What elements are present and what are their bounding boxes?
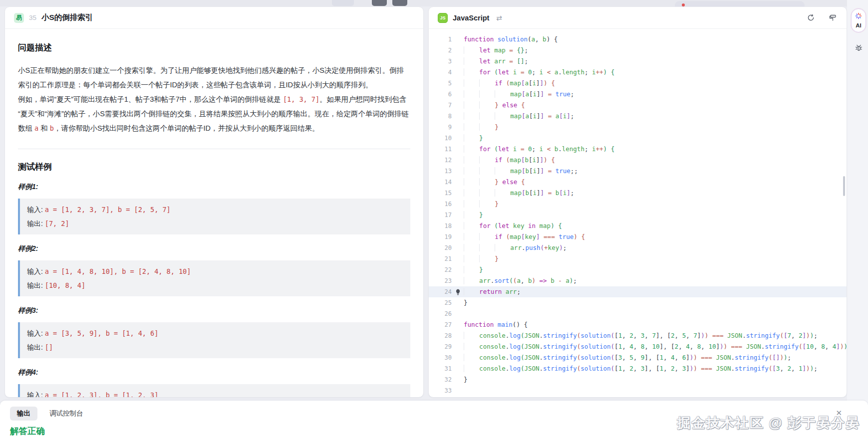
- gutter: [452, 231, 464, 242]
- line-number: 2: [429, 45, 452, 56]
- gutter: [452, 308, 464, 319]
- gutter: [452, 45, 464, 56]
- code-line[interactable]: 9 }: [429, 122, 847, 133]
- example-block: 输入: a = [1, 2, 3, 7], b = [2, 5, 7]输出: […: [18, 199, 410, 234]
- code-line[interactable]: 11 for (let i = 0; i < b.length; i++) {: [429, 144, 847, 155]
- code-line[interactable]: 7 } else {: [429, 100, 847, 111]
- problem-id: 35: [29, 14, 36, 21]
- code-text: }: [464, 210, 847, 220]
- close-icon[interactable]: ✕: [836, 409, 842, 418]
- code-line[interactable]: 25}: [429, 297, 847, 308]
- example-block: 输入: a = [1, 2, 3], b = [1, 2, 3]输出: [3, …: [18, 384, 410, 398]
- description-text: 和: [38, 124, 50, 132]
- editor-panel: JS JavaScript ⇄ 1function solution(a, b)…: [428, 6, 847, 398]
- code-text: } else {: [464, 100, 847, 111]
- lightbulb-icon[interactable]: [452, 286, 464, 297]
- example-row: 输出: [10, 8, 4]: [27, 278, 403, 292]
- code-line[interactable]: 20 arr.push(+key);: [429, 242, 847, 253]
- code-line[interactable]: 13 map[b[i]] = true;;: [429, 166, 847, 177]
- example-row: 输入: a = [1, 2, 3], b = [1, 2, 3]: [27, 388, 403, 398]
- problem-title: 小S的倒排索引: [41, 12, 93, 23]
- browser-chrome-strip: [0, 0, 868, 6]
- line-number: 30: [429, 352, 452, 363]
- code-line[interactable]: 12 if (map[b[i]]) {: [429, 155, 847, 166]
- example-label: 样例1:: [18, 183, 410, 192]
- gutter: [452, 155, 464, 166]
- code-line[interactable]: 24 return arr;: [429, 286, 847, 297]
- code-line[interactable]: 33: [429, 385, 847, 396]
- code-line[interactable]: 32}: [429, 374, 847, 385]
- io-label: 输出:: [27, 281, 45, 289]
- code-line[interactable]: 17 }: [429, 210, 847, 220]
- io-value: a = [3, 5, 9], b = [1, 4, 6]: [45, 329, 159, 337]
- toolbar-button[interactable]: [332, 0, 354, 6]
- code-text: }: [464, 253, 847, 264]
- line-number: 3: [429, 56, 452, 67]
- code-line[interactable]: 6 map[a[i]] = true;: [429, 89, 847, 100]
- code-line[interactable]: 14 } else {: [429, 177, 847, 188]
- switch-language-icon[interactable]: ⇄: [496, 14, 502, 22]
- code-editor[interactable]: 1function solution(a, b) {2 let map = {}…: [429, 29, 847, 398]
- code-text: } else {: [464, 177, 847, 188]
- section-divider: [18, 149, 410, 149]
- editor-scrollbar-thumb[interactable]: [843, 176, 845, 196]
- line-number: 19: [429, 231, 452, 242]
- code-line[interactable]: 10 }: [429, 133, 847, 144]
- debug-bug-icon[interactable]: [853, 42, 864, 53]
- line-number: 25: [429, 297, 452, 308]
- line-number: 15: [429, 188, 452, 199]
- code-line[interactable]: 29 console.log(JSON.stringify(solution([…: [429, 341, 847, 352]
- io-label: 输入:: [27, 267, 45, 275]
- code-line[interactable]: 1function solution(a, b) {: [429, 34, 847, 45]
- gutter: [452, 363, 464, 374]
- code-line[interactable]: 26: [429, 308, 847, 319]
- line-number: 18: [429, 220, 452, 231]
- line-number: 24: [429, 286, 452, 297]
- gutter: [452, 177, 464, 188]
- code-line[interactable]: 2 let map = {};: [429, 45, 847, 56]
- code-line[interactable]: 21 }: [429, 253, 847, 264]
- code-line[interactable]: 27function main() {: [429, 319, 847, 330]
- tab-console[interactable]: 调试控制台: [42, 407, 90, 421]
- gutter: [452, 242, 464, 253]
- code-line[interactable]: 8 map[a[i]] = a[i];: [429, 111, 847, 122]
- inline-code: b: [50, 124, 54, 132]
- difficulty-badge: 易: [14, 13, 24, 23]
- code-line[interactable]: 30 console.log(JSON.stringify(solution([…: [429, 352, 847, 363]
- editor-header: JS JavaScript ⇄: [429, 7, 847, 29]
- gutter: [452, 122, 464, 133]
- code-text: arr.sort((a, b) => b - a);: [464, 275, 847, 286]
- gutter: [452, 56, 464, 67]
- reset-code-button[interactable]: [806, 13, 816, 23]
- code-line[interactable]: 15 map[b[i]] = b[i];: [429, 188, 847, 199]
- code-line[interactable]: 16 }: [429, 199, 847, 210]
- code-text: if (map[b[i]]) {: [464, 155, 847, 166]
- code-line[interactable]: 18 for (let key in map) {: [429, 220, 847, 231]
- output-panel: 输出调试控制台 解答正确 ✕: [0, 401, 868, 438]
- description-paragraph: 小S正在帮助她的朋友们建立一个搜索引擎。为了让用户能够更快地找到他们感兴趣的帖子…: [18, 63, 410, 92]
- ai-assistant-button[interactable]: AI: [851, 8, 866, 32]
- code-line[interactable]: 4 for (let i = 0; i < a.length; i++) {: [429, 67, 847, 78]
- example-row: 输出: [7, 2]: [27, 217, 403, 230]
- io-value: a = [1, 2, 3, 7], b = [2, 5, 7]: [45, 206, 171, 214]
- code-line[interactable]: 19 if (map[key] === true) {: [429, 231, 847, 242]
- code-text: }: [464, 133, 847, 144]
- code-line[interactable]: 5 if (map[a[i]]) {: [429, 78, 847, 89]
- code-line[interactable]: 28 console.log(JSON.stringify(solution([…: [429, 330, 847, 341]
- code-text: arr.push(+key);: [464, 242, 847, 253]
- format-code-button[interactable]: [828, 13, 838, 23]
- line-number: 13: [429, 166, 452, 177]
- toolbar-button[interactable]: [372, 0, 387, 6]
- io-label: 输入:: [27, 329, 45, 337]
- line-number: 7: [429, 100, 452, 111]
- code-line[interactable]: 23 arr.sort((a, b) => b - a);: [429, 275, 847, 286]
- line-number: 9: [429, 122, 452, 133]
- code-line[interactable]: 3 let arr = [];: [429, 56, 847, 67]
- line-number: 29: [429, 341, 452, 352]
- code-line[interactable]: 31 console.log(JSON.stringify(solution([…: [429, 363, 847, 374]
- toolbar-button[interactable]: [392, 0, 407, 6]
- gutter: [452, 275, 464, 286]
- tab-output[interactable]: 输出: [10, 407, 37, 421]
- code-line[interactable]: 22 }: [429, 264, 847, 275]
- javascript-icon: JS: [438, 13, 448, 23]
